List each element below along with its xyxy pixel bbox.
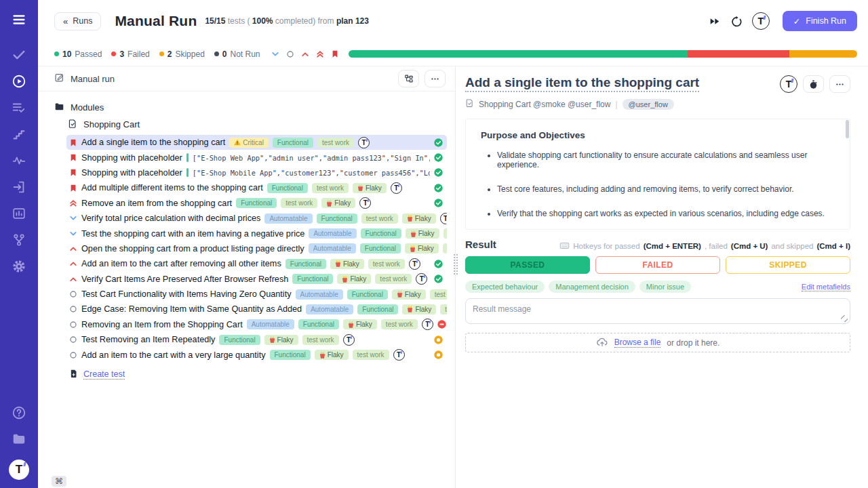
sidebar-git-branch-icon[interactable] xyxy=(9,230,29,250)
sidebar-check-icon[interactable] xyxy=(9,45,29,65)
test-row[interactable]: Verify Cart Items Are Preserved After Br… xyxy=(66,272,447,287)
back-to-runs-button[interactable]: « Runs xyxy=(54,12,101,30)
keyboard-shortcuts-button[interactable]: ⌘ xyxy=(52,476,66,487)
tree-view-button[interactable] xyxy=(398,70,419,87)
priority-circle-icon xyxy=(69,305,77,313)
result-message-input[interactable] xyxy=(465,298,850,324)
tag-badge[interactable]: @user_flow xyxy=(623,99,674,110)
sidebar-import-icon[interactable] xyxy=(9,177,29,197)
badge-testwork: test work xyxy=(430,289,447,300)
check-icon: ✓ xyxy=(793,16,800,26)
user-avatar[interactable]: T xyxy=(752,12,770,30)
objective-item: Verify that the shopping cart works as e… xyxy=(497,209,835,218)
badge-functional: Functional xyxy=(298,319,339,329)
details-more-button[interactable] xyxy=(829,75,850,93)
test-row[interactable]: Add a single item to the shopping cartCr… xyxy=(66,135,447,150)
file-dropzone[interactable]: Browse a file or drop it here. xyxy=(465,333,850,352)
badge-functional: Functional xyxy=(361,228,401,239)
test-row[interactable]: Removing an Item from the Shopping CartA… xyxy=(66,317,447,332)
test-row[interactable]: Test Removing an Item RepeatedlyFunction… xyxy=(66,332,447,347)
scrollbar-thumb[interactable] xyxy=(846,120,849,138)
test-row[interactable]: Shopping with placeholder["E-Shop Web Ap… xyxy=(66,150,447,165)
more-options-button[interactable] xyxy=(425,70,446,87)
test-row[interactable]: Remove an item from the shopping cartFun… xyxy=(66,196,447,211)
sidebar-gear-icon[interactable] xyxy=(9,256,29,277)
topbar-actions: T ✓ Finish Run xyxy=(709,11,857,31)
passed-result-button[interactable]: PASSED xyxy=(465,256,590,274)
status-skipped-icon[interactable] xyxy=(434,350,443,359)
sidebar-steps-icon[interactable] xyxy=(9,124,29,144)
metafield-pill[interactable]: Expected behaviour xyxy=(465,281,545,293)
status-passed-icon[interactable] xyxy=(434,168,443,177)
filter-chevron-double-up-icon[interactable] xyxy=(316,49,324,58)
test-row[interactable]: Shopping with placeholder["E-Shop Mobile… xyxy=(66,165,447,180)
test-row[interactable]: Open the shopping cart from a product li… xyxy=(66,241,447,256)
filter-circle-icon[interactable] xyxy=(286,50,294,58)
badge-testwork: test work xyxy=(361,214,398,224)
description-card: Purpose and Objectives Validate shopping… xyxy=(465,119,850,230)
filter-chevron-down-icon[interactable] xyxy=(271,50,279,58)
list-header: Manual run xyxy=(38,66,455,92)
test-row[interactable]: Verify total price calculation with deci… xyxy=(66,211,447,226)
chevron-double-left-icon: « xyxy=(63,16,68,26)
result-heading: Result xyxy=(465,239,496,250)
breadcrumb: Shopping Cart @smoke @user_flow xyxy=(479,100,610,109)
edit-run-icon[interactable] xyxy=(54,73,64,85)
resize-handle-icon[interactable] xyxy=(841,315,848,322)
status-passed-icon[interactable] xyxy=(434,199,443,207)
priority-chevron-up-icon xyxy=(69,260,77,268)
runs-button-label: Runs xyxy=(73,16,92,26)
status-failed-icon[interactable] xyxy=(437,320,446,329)
status-dot-icon xyxy=(54,52,59,56)
edit-metafields-link[interactable]: Edit metafields xyxy=(802,283,850,291)
test-row[interactable]: Test Cart Functionality with Items Havin… xyxy=(66,287,447,302)
restart-timer-icon[interactable] xyxy=(730,16,742,27)
metafields-row: Expected behaviourManagement decisionMin… xyxy=(465,281,850,293)
assignee-avatar: T xyxy=(358,137,370,148)
filter-chevron-up-icon[interactable] xyxy=(301,50,309,58)
status-passed-icon[interactable] xyxy=(434,138,443,147)
test-row[interactable]: Add multiple different items to the shop… xyxy=(66,180,447,195)
modules-node[interactable]: Modules xyxy=(54,99,447,116)
test-row[interactable]: Test the shopping cart with an item havi… xyxy=(66,226,447,241)
fast-forward-icon[interactable] xyxy=(709,16,720,26)
objective-list: Validate shopping cart functionality to … xyxy=(481,150,835,218)
app-logo-icon[interactable]: T xyxy=(9,460,29,480)
failed-result-button[interactable]: FAILED xyxy=(595,256,720,274)
badge-flaky: Flaky xyxy=(321,198,355,208)
status-passed-icon[interactable] xyxy=(434,153,443,162)
test-title: Test Removing an Item Repeatedly xyxy=(81,335,215,344)
status-passed-icon[interactable] xyxy=(434,260,443,268)
status-passed-icon[interactable] xyxy=(434,184,443,192)
cloud-upload-icon xyxy=(596,336,608,350)
sidebar-activity-icon[interactable] xyxy=(9,150,29,171)
test-row[interactable]: Edge Case: Removing Item with Same Quant… xyxy=(66,302,447,317)
badge-automatable: Automatable xyxy=(306,304,353,314)
metafield-pill[interactable]: Management decision xyxy=(549,281,635,293)
assignee-avatar: T xyxy=(409,258,420,270)
finish-run-button[interactable]: ✓ Finish Run xyxy=(783,11,857,31)
status-passed-icon[interactable] xyxy=(434,274,443,283)
progress-segment-skipped xyxy=(789,50,857,58)
sidebar-help-circle-icon[interactable] xyxy=(9,403,29,423)
test-row[interactable]: Add an item to the cart with a very larg… xyxy=(66,347,447,362)
filter-bookmark-icon[interactable] xyxy=(331,49,339,58)
suite-node-shopping-cart[interactable]: Shopping Cart xyxy=(68,116,447,133)
skipped-result-button[interactable]: SKIPPED xyxy=(726,256,850,274)
create-test-link[interactable]: Create test xyxy=(83,369,125,380)
sidebar-list-check-icon[interactable] xyxy=(9,98,29,118)
sidebar-bar-chart-icon[interactable] xyxy=(9,203,29,224)
sidebar-folder-icon[interactable] xyxy=(9,429,29,449)
hotkeys-hint: Hotkeys for passed (Cmd + ENTER) , faile… xyxy=(559,241,850,250)
sidebar-play-circle-icon[interactable] xyxy=(9,71,29,92)
badge-functional: Functional xyxy=(357,304,398,314)
priority-filters xyxy=(271,49,339,58)
metafield-pill[interactable]: Minor issue xyxy=(639,281,691,293)
panel-resize-handle[interactable] xyxy=(454,254,458,274)
test-title[interactable]: Add a single item to the shopping cart xyxy=(465,75,699,92)
status-skipped-icon[interactable] xyxy=(434,336,443,344)
sidebar-menu-icon[interactable] xyxy=(9,9,29,30)
test-row[interactable]: Add an item to the cart after removing a… xyxy=(66,256,447,271)
browse-file-link[interactable]: Browse a file xyxy=(614,338,661,348)
stopwatch-button[interactable] xyxy=(803,75,824,93)
